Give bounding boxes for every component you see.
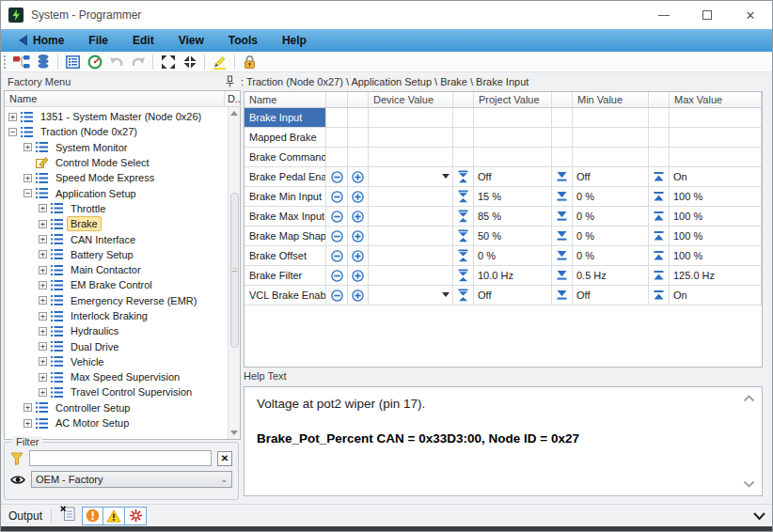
table-row[interactable]: Brake Max Input 85 % 0 % 100 %	[245, 207, 762, 227]
gauge-view-button[interactable]	[85, 53, 104, 71]
tree-item-label[interactable]: Travel Control Supervision	[67, 384, 196, 399]
scrollbar-thumb[interactable]	[230, 193, 239, 348]
lock-button[interactable]	[240, 53, 260, 71]
project-value-cell[interactable]: Off	[474, 167, 552, 187]
menu-help[interactable]: Help	[270, 29, 319, 52]
access-level-select[interactable]: OEM - Factory⌄	[31, 471, 232, 488]
error-filter-button[interactable]	[125, 507, 147, 525]
tree-item[interactable]: − Application Setup	[5, 185, 228, 200]
tree-item-label[interactable]: Emergency Reverse (EMR)	[67, 293, 200, 308]
min-value-cell[interactable]: Off	[573, 167, 649, 187]
increment-cell[interactable]	[348, 246, 369, 266]
increment-cell[interactable]	[348, 286, 369, 305]
tree-item-label[interactable]: CAN Interface	[67, 232, 139, 247]
column-header[interactable]: Max Value	[670, 92, 762, 108]
tree-item[interactable]: + Emergency Reverse (EMR)	[5, 293, 228, 308]
tree-expander-icon[interactable]: +	[24, 419, 32, 428]
device-value-cell[interactable]	[369, 227, 453, 246]
tree-expander-icon[interactable]: +	[39, 250, 47, 258]
tree-item[interactable]: Control Mode Select	[5, 155, 228, 170]
project-value-cell[interactable]	[474, 128, 552, 148]
scroll-down-icon[interactable]	[230, 430, 238, 435]
tree-item[interactable]: + Main Contactor	[5, 262, 228, 277]
param-name-cell[interactable]: Brake Min Input	[245, 187, 326, 207]
menu-tools[interactable]: Tools	[216, 29, 270, 52]
max-value-cell[interactable]: 100 %	[670, 207, 762, 227]
toolbar-grip[interactable]	[3, 55, 8, 70]
min-value-cell[interactable]: 0 %	[573, 227, 649, 246]
tree-expander-icon[interactable]: +	[39, 204, 47, 212]
tree-expander-icon[interactable]: +	[39, 327, 47, 336]
project-value-cell[interactable]: 10.0 Hz	[474, 266, 552, 286]
increment-cell[interactable]	[348, 148, 369, 167]
tree-item-label[interactable]: Traction (Node 0x27)	[37, 124, 141, 139]
table-row[interactable]: VCL Brake Enable Off Off On	[245, 286, 762, 305]
scroll-up-icon[interactable]	[230, 111, 238, 116]
menu-edit[interactable]: Edit	[120, 29, 166, 52]
tree-item[interactable]: + Dual Drive	[5, 338, 228, 353]
tree-expander-icon[interactable]: −	[24, 189, 32, 197]
min-value-cell[interactable]	[573, 148, 649, 167]
param-name-cell[interactable]: Mapped Brake	[245, 128, 326, 148]
max-value-cell[interactable]: On	[670, 167, 762, 187]
increment-cell[interactable]	[348, 108, 369, 128]
tree-item[interactable]: + Max Speed Supervision	[5, 369, 228, 384]
tree-item-label[interactable]: Max Speed Supervision	[67, 369, 183, 384]
increment-cell[interactable]	[348, 207, 369, 227]
max-value-cell[interactable]: 100 %	[670, 187, 762, 207]
min-value-cell[interactable]: 0.5 Hz	[573, 266, 649, 286]
max-value-cell[interactable]: On	[670, 286, 762, 305]
tree-item-label[interactable]: Controller Setup	[52, 400, 134, 415]
pin-icon[interactable]	[225, 75, 235, 87]
table-row[interactable]: Brake Map Shape 50 % 0 % 100 %	[245, 227, 762, 246]
tree-item[interactable]: − Traction (Node 0x27)	[5, 124, 228, 139]
tree-expander-icon[interactable]: +	[24, 143, 32, 151]
filter-clear-button[interactable]: ✕	[217, 451, 232, 466]
tree-item-label[interactable]: AC Motor Setup	[52, 415, 133, 430]
close-button[interactable]: ✕	[729, 1, 772, 29]
dropdown-caret-icon[interactable]	[442, 174, 450, 179]
filter-input[interactable]	[29, 450, 212, 466]
tree-expander-icon[interactable]: +	[39, 388, 47, 397]
undo-button[interactable]	[106, 53, 126, 71]
project-value-cell[interactable]	[474, 108, 552, 128]
column-header[interactable]	[552, 92, 573, 108]
layers-view-button[interactable]	[33, 53, 53, 71]
project-value-cell[interactable]: 0 %	[474, 246, 552, 266]
tree-expander-icon[interactable]: +	[39, 312, 47, 321]
column-header[interactable]	[649, 92, 670, 108]
info-filter-button[interactable]	[82, 507, 103, 525]
menu-view[interactable]: View	[166, 29, 216, 52]
tree-item-label[interactable]: Battery Setup	[67, 247, 137, 262]
highlighter-button[interactable]	[210, 53, 229, 71]
tree-item[interactable]: + Brake	[5, 216, 228, 231]
increment-cell[interactable]	[348, 187, 369, 207]
param-name-cell[interactable]: Brake Input	[245, 108, 326, 128]
decrement-cell[interactable]	[326, 148, 348, 167]
tree-item[interactable]: + Throttle	[5, 201, 228, 216]
increment-cell[interactable]	[348, 227, 369, 246]
max-value-cell[interactable]	[670, 148, 762, 167]
max-value-cell[interactable]: 100 %	[670, 246, 762, 266]
tree-item[interactable]: + Travel Control Supervision	[5, 384, 228, 399]
table-row[interactable]: Mapped Brake	[245, 128, 762, 148]
table-row[interactable]: Brake Input	[245, 108, 762, 128]
tree-expander-icon[interactable]: +	[39, 342, 47, 351]
tree-item[interactable]: + Battery Setup	[5, 247, 228, 262]
tree-expander-icon[interactable]: +	[39, 357, 47, 366]
tree-expander-icon[interactable]: +	[39, 220, 47, 228]
tree-item[interactable]: + Speed Mode Express	[5, 170, 228, 185]
tree-expander-icon[interactable]: +	[8, 113, 17, 121]
warning-filter-button[interactable]	[103, 507, 125, 525]
column-header[interactable]: Name	[245, 92, 326, 108]
table-row[interactable]: Brake Command	[245, 148, 762, 167]
max-value-cell[interactable]	[670, 128, 762, 148]
min-value-cell[interactable]: 0 %	[573, 207, 649, 227]
tree-item-label[interactable]: Brake	[67, 216, 102, 231]
tree-expander-icon[interactable]: +	[24, 174, 32, 182]
tree-item-label[interactable]: 1351 - System Master (Node 0x26)	[37, 109, 205, 124]
device-value-cell[interactable]	[369, 148, 453, 167]
increment-cell[interactable]	[348, 266, 369, 286]
tree-item[interactable]: + EM Brake Control	[5, 277, 228, 292]
tree-item[interactable]: + Vehicle	[5, 354, 228, 369]
